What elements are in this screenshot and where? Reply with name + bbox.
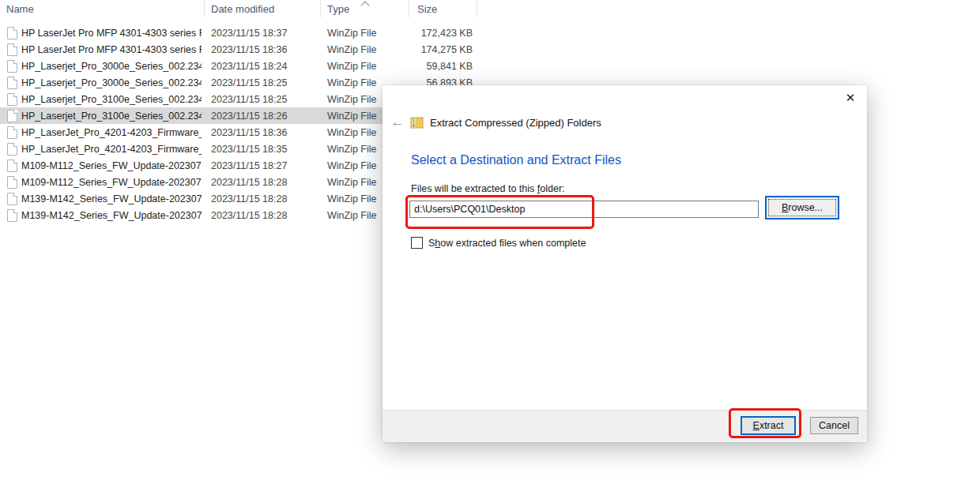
- file-icon: [7, 159, 17, 172]
- file-name: HP_Laserjet_Pro_3000e_Series_002.2342B-.…: [21, 77, 202, 88]
- file-type: WinZip File: [327, 44, 377, 55]
- show-extracted-row: Show extracted files when complete: [411, 237, 586, 249]
- file-name: HP LaserJet Pro MFP 4301-4303 series Fir…: [21, 44, 202, 55]
- file-name: M139-M142_Series_FW_Update-20230729...: [21, 210, 202, 221]
- file-size: 59,841 KB: [409, 61, 473, 72]
- sort-ascending-icon: [360, 1, 369, 9]
- back-arrow-icon[interactable]: ←: [389, 114, 406, 130]
- file-icon: [7, 209, 17, 222]
- file-icon: [7, 176, 17, 189]
- file-type: WinZip File: [327, 210, 377, 221]
- file-name: M109-M112_Series_FW_Update-20230729...: [21, 160, 202, 171]
- column-divider[interactable]: [320, 0, 321, 17]
- file-date-modified: 2023/11/15 18:25: [211, 77, 287, 88]
- column-header-type[interactable]: Type: [327, 3, 349, 15]
- file-list-header: Name Date modified Type Size: [0, 0, 477, 17]
- file-date-modified: 2023/11/15 18:24: [211, 61, 287, 72]
- show-extracted-label: Show extracted files when complete: [428, 238, 586, 249]
- file-date-modified: 2023/11/15 18:36: [211, 127, 287, 138]
- file-type: WinZip File: [327, 160, 377, 171]
- column-divider[interactable]: [409, 0, 409, 17]
- file-name: M109-M112_Series_FW_Update-20230729...: [21, 177, 202, 188]
- file-name: HP_LaserJet_Pro_4201-4203_Firmware_6.1..…: [21, 127, 202, 138]
- file-date-modified: 2023/11/15 18:35: [211, 144, 287, 155]
- destination-path-input[interactable]: [409, 201, 759, 218]
- destination-label: Files will be extracted to this folder:: [411, 183, 565, 194]
- dialog-header: ← Extract Compressed (Zipped) Folders: [389, 114, 601, 130]
- file-name: HP_Laserjet_Pro_3100e_Series_002.2342B-.…: [21, 94, 202, 105]
- file-date-modified: 2023/11/15 18:28: [211, 193, 287, 204]
- file-row[interactable]: HP_Laserjet_Pro_3000e_Series_002.2342B-.…: [0, 58, 477, 74]
- file-date-modified: 2023/11/15 18:36: [211, 44, 287, 55]
- file-date-modified: 2023/11/15 18:25: [211, 94, 287, 105]
- file-icon: [7, 43, 17, 56]
- file-date-modified: 2023/11/15 18:28: [211, 177, 287, 188]
- file-name: HP LaserJet Pro MFP 4301-4303 series Fir…: [21, 28, 202, 39]
- file-icon: [7, 193, 17, 205]
- cancel-button[interactable]: Cancel: [810, 417, 858, 434]
- column-divider[interactable]: [477, 0, 477, 17]
- file-date-modified: 2023/11/15 18:27: [211, 160, 287, 171]
- file-type: WinZip File: [327, 144, 377, 155]
- file-type: WinZip File: [327, 111, 377, 122]
- file-date-modified: 2023/11/15 18:26: [211, 111, 287, 122]
- file-size: 172,423 KB: [409, 28, 473, 39]
- file-icon: [7, 77, 17, 89]
- column-header-name[interactable]: Name: [6, 3, 34, 15]
- file-name: M139-M142_Series_FW_Update-20230729...: [21, 193, 202, 204]
- file-icon: [7, 143, 17, 156]
- file-date-modified: 2023/11/15 18:37: [211, 28, 287, 39]
- dialog-heading: Select a Destination and Extract Files: [411, 153, 621, 167]
- file-name: HP_LaserJet_Pro_4201-4203_Firmware_6.1..…: [21, 144, 202, 155]
- dialog-title: Extract Compressed (Zipped) Folders: [430, 117, 601, 129]
- file-name: HP_Laserjet_Pro_3100e_Series_002.2342B-.…: [21, 111, 202, 122]
- file-type: WinZip File: [327, 177, 377, 188]
- show-extracted-checkbox[interactable]: [411, 237, 423, 249]
- file-type: WinZip File: [327, 61, 377, 72]
- file-name: HP_Laserjet_Pro_3000e_Series_002.2342B-.…: [21, 61, 202, 72]
- file-type: WinZip File: [327, 77, 377, 88]
- column-header-date-modified[interactable]: Date modified: [211, 3, 274, 15]
- file-date-modified: 2023/11/15 18:28: [211, 210, 287, 221]
- file-size: 174,275 KB: [409, 44, 473, 55]
- screen: Name Date modified Type Size HP LaserJet…: [0, 0, 980, 484]
- column-header-size[interactable]: Size: [417, 3, 437, 15]
- file-icon: [7, 110, 17, 122]
- column-divider[interactable]: [204, 0, 205, 17]
- file-row[interactable]: HP LaserJet Pro MFP 4301-4303 series Fir…: [0, 41, 477, 58]
- extract-dialog: ✕ ← Extract Compressed (Zipped) Folders …: [383, 85, 867, 442]
- file-icon: [7, 27, 17, 39]
- file-icon: [7, 126, 17, 139]
- file-type: WinZip File: [327, 94, 377, 105]
- file-icon: [7, 60, 17, 73]
- file-icon: [7, 93, 17, 106]
- browse-button[interactable]: Browse...: [765, 196, 839, 219]
- extract-button[interactable]: Extract: [741, 416, 796, 435]
- file-row[interactable]: HP LaserJet Pro MFP 4301-4303 series Fir…: [0, 24, 477, 41]
- close-icon[interactable]: ✕: [843, 91, 858, 105]
- zip-folder-icon: [410, 116, 424, 129]
- file-type: WinZip File: [327, 28, 377, 39]
- file-type: WinZip File: [327, 127, 377, 138]
- file-type: WinZip File: [327, 193, 377, 204]
